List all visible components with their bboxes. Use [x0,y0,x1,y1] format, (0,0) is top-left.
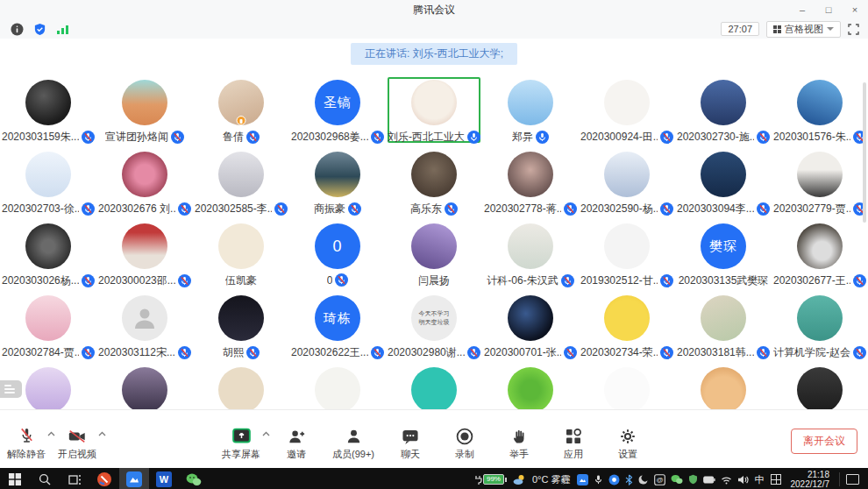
bluetooth-tray-icon[interactable] [625,474,633,485]
weather-text[interactable]: 0°C 雾霾 [532,473,571,486]
members-button[interactable]: 成员(99+) [332,426,374,461]
leave-meeting-button[interactable]: 离开会议 [791,429,857,454]
participant-tile[interactable]: 2020303094李... [677,149,770,215]
video-grid-area: 正在讲话: 刘乐-西北工业大学; 2020303159朱...宣讲团孙烙闻鲁倩圣… [0,39,868,409]
mail-tray-icon[interactable]: @ [654,474,665,485]
participant-tile[interactable]: 2020303026杨... [2,221,95,287]
fullscreen-button[interactable] [848,24,859,35]
participant-tile[interactable]: 2020300023邵... [98,221,191,287]
participant-tile[interactable]: 琦栋2020302622王... [291,293,384,358]
participant-tile[interactable] [388,365,480,409]
participant-tile[interactable]: 00 [291,221,384,287]
chevron-up-icon[interactable] [98,431,106,436]
participant-tile[interactable]: 2020302677-王... [773,221,866,287]
security-tray-icon[interactable] [688,474,698,485]
taskbar-clock[interactable]: 21:18 2022/12/7 [787,470,834,489]
info-icon[interactable] [9,22,25,36]
participant-tile[interactable]: 2019302512-甘... [580,221,673,287]
action-center-icon[interactable] [846,474,859,485]
participant-tile[interactable]: 计算机学院-赵会... [773,293,866,358]
chevron-up-icon[interactable] [47,431,55,436]
participant-tile[interactable]: 高乐东 [388,149,480,215]
participant-tile[interactable] [195,365,288,409]
apps-button[interactable]: 应用 [555,426,592,461]
participant-tile[interactable]: 鲁倩 [195,77,288,143]
view-mode-button[interactable]: 宫格视图 [766,21,841,38]
invite-button[interactable]: 邀请 [278,426,315,461]
participant-tile[interactable]: 商振豪 [291,149,384,215]
participant-tile[interactable]: 2020302676 刘... [98,149,191,215]
chevron-up-icon[interactable] [262,431,270,436]
participant-tile[interactable] [98,365,191,409]
participant-tile[interactable]: 2020302779-贾... [773,149,866,215]
participant-tile[interactable]: 2020302590-杨... [580,149,673,215]
meeting-app-taskbar-icon[interactable] [119,468,149,489]
chat-button[interactable]: 聊天 [392,426,429,461]
participant-avatar [508,152,553,197]
maximize-button[interactable]: □ [815,0,842,19]
participant-avatar [604,152,650,197]
participant-tile[interactable]: 2020303159朱... [2,77,95,143]
share-screen-button[interactable]: 共享屏幕 [222,426,260,461]
weather-icon[interactable] [513,474,526,485]
minimize-button[interactable]: – [789,0,815,19]
record-button[interactable]: 录制 [446,426,483,461]
start-taskbar-icon[interactable] [0,468,30,489]
meeting-tray-icon[interactable] [577,474,588,485]
side-panel-handle[interactable] [0,380,22,398]
participant-tile[interactable]: 计科-06-朱汉武 [484,221,577,287]
network-signal-icon[interactable] [54,22,70,36]
search-taskbar-icon[interactable] [30,468,60,489]
task-view-taskbar-icon[interactable] [60,468,89,489]
participant-tile-speaking[interactable]: 刘乐-西北工业大... [388,77,480,143]
participant-avatar [797,295,843,341]
security-shield-icon[interactable] [32,22,47,36]
participant-tile[interactable] [291,365,384,409]
capture-app-taskbar-icon[interactable] [89,468,119,489]
volume-tray-icon[interactable] [737,475,749,485]
participant-tile[interactable]: 2020302703-徐... [2,149,95,215]
app-circle-tray-icon[interactable] [608,474,620,485]
participant-tile[interactable]: 2020303181韩... [677,293,770,358]
participant-avatar [797,80,843,125]
participant-tile[interactable] [677,365,770,409]
participant-tile[interactable] [580,365,673,409]
battery-99-indicator[interactable]: 99% [474,474,507,485]
participant-tile[interactable]: 樊琛2020303135武樊琛 [677,221,770,287]
participant-tile[interactable]: 宣讲团孙烙闻 [98,77,191,143]
participant-tile[interactable]: 圣镐2020302968姜... [291,77,384,143]
participant-tile[interactable]: 伍凯豪 [195,221,288,287]
mic-off-button[interactable]: 解除静音 [7,426,46,461]
night-mode-tray-icon[interactable] [638,474,649,485]
ime-grid-icon[interactable] [771,474,781,485]
camera-off-button[interactable]: 开启视频 [58,426,96,461]
participant-tile[interactable]: 2020302734-荣... [580,293,673,358]
participant-tile[interactable]: 胡熙 [195,293,288,358]
battery-tray-icon[interactable] [703,476,715,484]
raise-hand-button[interactable]: 举手 [501,426,537,461]
wechat-tray-icon[interactable] [671,474,683,485]
participant-tile[interactable]: 郑异 [484,77,577,143]
wechat-app-taskbar-icon[interactable] [179,468,209,489]
participant-tile[interactable]: 2020302784-贾... [2,293,95,358]
participant-tile[interactable]: 2020302778-蒋... [484,149,577,215]
settings-button[interactable]: 设置 [609,426,646,461]
participant-tile[interactable]: 今天不学习明天变垃圾2020302980谢... [388,293,480,358]
participant-tile[interactable] [484,365,577,409]
ime-language-button[interactable]: 中 [755,473,765,486]
participant-tile[interactable] [773,365,866,409]
network-tray-icon[interactable] [721,475,732,485]
word-app-taskbar-icon[interactable]: W [149,468,179,489]
participant-tile[interactable]: 闫晨扬 [388,221,480,287]
microphone-tray-icon[interactable] [594,474,603,485]
participant-tile[interactable]: 2020301576-朱... [773,77,866,143]
close-button[interactable]: × [842,0,868,19]
participant-tile[interactable]: 2020300701-张... [484,293,577,358]
participant-tile[interactable]: 2020300924-田... [580,77,673,143]
participant-tile[interactable]: 2020302730-施... [677,77,770,143]
scrollbar[interactable] [863,82,866,223]
participant-name: 2020302734-荣... [580,345,658,360]
participant-name: 2020301576-朱... [773,130,850,145]
participant-tile[interactable]: 2020302585-李... [195,149,288,215]
participant-tile[interactable]: 2020303112宋... [98,293,191,358]
